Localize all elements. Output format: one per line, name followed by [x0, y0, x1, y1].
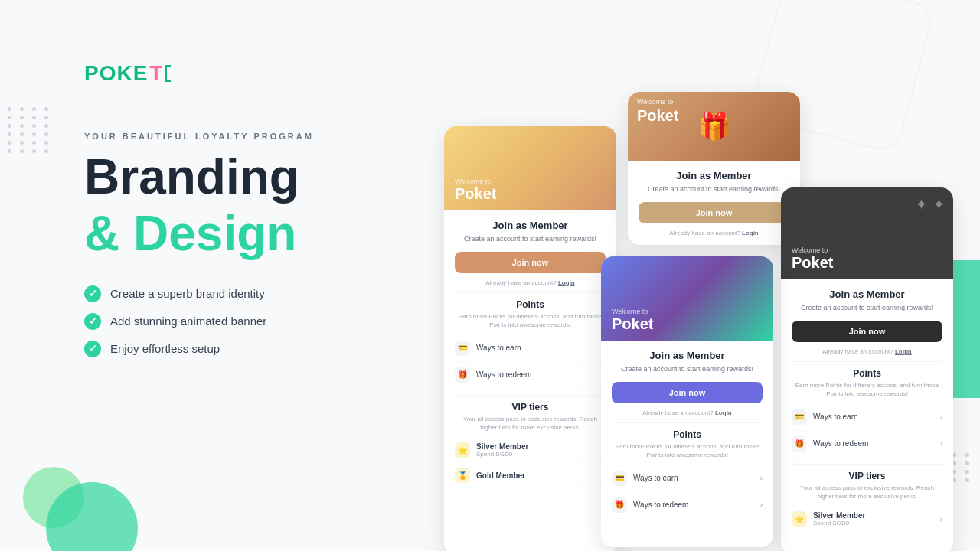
- login-link-1[interactable]: Login: [558, 279, 575, 286]
- chevron-silver-4: ›: [940, 515, 942, 523]
- ways-redeem-4[interactable]: 🎁 Ways to redeem ›: [792, 431, 942, 458]
- feature-item-3: Enjoy effortless setup: [84, 341, 452, 357]
- silver-icon-1: ⭐: [455, 442, 470, 458]
- redeem-icon-1: 🎁: [455, 367, 470, 383]
- card3-brand: Poket: [612, 315, 763, 333]
- christmas-img: 🎁 Welcome to Poket: [628, 92, 800, 161]
- card-golden-header: Welcome to Poket: [444, 126, 616, 210]
- login-link-2[interactable]: Login: [742, 230, 759, 236]
- join-title-2: Join as Member: [639, 170, 789, 181]
- gold-tier-1[interactable]: 🏅 Gold Member ›: [455, 463, 606, 488]
- chevron-earn-3: ›: [760, 474, 763, 482]
- join-btn-1[interactable]: Join now: [455, 252, 606, 273]
- card2-brand: Poket: [637, 107, 678, 125]
- mockups-section: Welcome to Poket Join as Member Create a…: [436, 0, 980, 551]
- join-btn-4[interactable]: Join now: [792, 321, 942, 342]
- silver-tier-1[interactable]: ⭐ Silver Member Spend SGD0 ›: [455, 438, 606, 463]
- check-icon-3: [84, 341, 101, 357]
- earn-icon-3: 💳: [612, 471, 627, 486]
- join-btn-2[interactable]: Join now: [639, 202, 789, 223]
- silver-tier-4[interactable]: ⭐ Silver Member Spend SGD0 ›: [792, 507, 942, 532]
- join-desc-3: Create an account to start earning rewar…: [612, 364, 763, 374]
- vip-desc-1: Your all access pass to exclusive reward…: [455, 415, 606, 432]
- chevron-earn-4: ›: [940, 412, 942, 421]
- card-christmas-header: 🎁 Welcome to Poket: [628, 92, 800, 161]
- join-desc-1: Create an account to start earning rewar…: [455, 234, 606, 244]
- bg-dots-left: [0, 99, 60, 161]
- card-dark-body: Join as Member Create an account to star…: [781, 279, 953, 541]
- divider-1a: [455, 292, 606, 293]
- card4-welcome: Welcome to: [792, 246, 942, 254]
- join-desc-4: Create an account to start earning rewar…: [792, 303, 942, 313]
- login-link-3[interactable]: Login: [715, 409, 732, 416]
- ways-redeem-1[interactable]: 🎁 Ways to redeem: [455, 362, 606, 389]
- vip-desc-4: Your all access pass to exclusive reward…: [792, 484, 942, 500]
- ways-earn-4[interactable]: 💳 Ways to earn ›: [792, 404, 942, 431]
- card-purple-header: Welcome to Poket: [601, 256, 773, 341]
- points-desc-1: Earn more Points for different actions, …: [455, 312, 606, 329]
- feature-item-2: Add stunning animated banner: [84, 313, 452, 330]
- check-icon-1: [84, 285, 101, 302]
- already-4: Already have an account? Login: [792, 348, 942, 355]
- card-christmas: 🎁 Welcome to Poket Join as Member Create…: [628, 92, 800, 245]
- card-golden-brand: Poket: [455, 185, 606, 203]
- headline: Branding & Design: [84, 150, 452, 261]
- join-title-4: Join as Member: [792, 289, 942, 300]
- card-purple-body: Join as Member Create an account to star…: [601, 341, 773, 528]
- silver-icon-4: ⭐: [792, 511, 807, 527]
- card-purple: Welcome to Poket Join as Member Create a…: [601, 256, 773, 547]
- card-christmas-body: Join as Member Create an account to star…: [628, 161, 800, 245]
- logo: POKE T: [84, 61, 452, 86]
- join-desc-2: Create an account to start earning rewar…: [639, 184, 789, 194]
- check-icon-2: [84, 313, 101, 330]
- feature-label-2: Add stunning animated banner: [110, 315, 266, 328]
- chevron-redeem-3: ›: [760, 500, 763, 509]
- ways-earn-1[interactable]: 💳 Ways to earn: [455, 335, 606, 362]
- divider-1b: [455, 395, 606, 396]
- card-golden: Welcome to Poket Join as Member Create a…: [444, 126, 616, 551]
- points-title-1: Points: [455, 299, 606, 310]
- feature-label-3: Enjoy effortless setup: [110, 342, 220, 355]
- gift-decoration: 🎁: [697, 111, 731, 142]
- sparkle-decoration: ✦ ✦: [915, 195, 946, 214]
- vip-title-1: VIP tiers: [455, 402, 606, 412]
- join-btn-3[interactable]: Join now: [612, 382, 763, 403]
- already-2: Already have an account? Login: [639, 230, 789, 236]
- earn-icon-1: 💳: [455, 341, 470, 356]
- feature-label-1: Create a superb brand identity: [110, 287, 265, 300]
- headline-line2: & Design: [84, 207, 452, 260]
- divider-3a: [612, 422, 763, 423]
- redeem-icon-3: 🎁: [612, 497, 627, 513]
- chevron-redeem-4: ›: [940, 439, 942, 448]
- points-desc-3: Earn more Points for different actions, …: [612, 442, 763, 459]
- join-title-3: Join as Member: [612, 350, 763, 361]
- vip-title-4: VIP tiers: [792, 471, 942, 481]
- login-link-4[interactable]: Login: [895, 348, 912, 355]
- divider-4b: [792, 464, 942, 465]
- ways-redeem-3[interactable]: 🎁 Ways to redeem ›: [612, 492, 763, 519]
- gold-icon-1: 🏅: [455, 468, 470, 483]
- feature-item-1: Create a superb brand identity: [84, 285, 452, 302]
- card-dark: ✦ ✦ Welcome to Poket Join as Member Crea…: [781, 187, 953, 551]
- already-3: Already have an account? Login: [612, 409, 763, 416]
- points-title-4: Points: [792, 368, 942, 379]
- join-title-1: Join as Member: [455, 220, 606, 231]
- feature-list: Create a superb brand identity Add stunn…: [84, 285, 452, 357]
- tagline: YOUR BEAUTIFUL LOYALTY PROGRAM: [84, 132, 452, 141]
- left-section: POKE T YOUR BEAUTIFUL LOYALTY PROGRAM Br…: [84, 61, 452, 357]
- headline-line1: Branding: [84, 150, 452, 204]
- card-dark-header: ✦ ✦ Welcome to Poket: [781, 187, 953, 279]
- card-golden-welcome: Welcome to: [455, 178, 606, 185]
- card-golden-body: Join as Member Create an account to star…: [444, 210, 616, 497]
- already-1: Already have an account? Login: [455, 279, 606, 286]
- logo-bracket: [165, 65, 171, 82]
- card4-brand: Poket: [792, 254, 942, 272]
- points-desc-4: Earn more Points for different actions, …: [792, 381, 942, 398]
- ways-earn-3[interactable]: 💳 Ways to earn ›: [612, 465, 763, 492]
- card3-welcome: Welcome to: [612, 308, 763, 315]
- earn-icon-4: 💳: [792, 409, 807, 425]
- card2-welcome: Welcome to: [637, 98, 673, 106]
- redeem-icon-4: 🎁: [792, 436, 807, 452]
- logo-text: POKE: [84, 61, 148, 86]
- points-title-3: Points: [612, 429, 763, 440]
